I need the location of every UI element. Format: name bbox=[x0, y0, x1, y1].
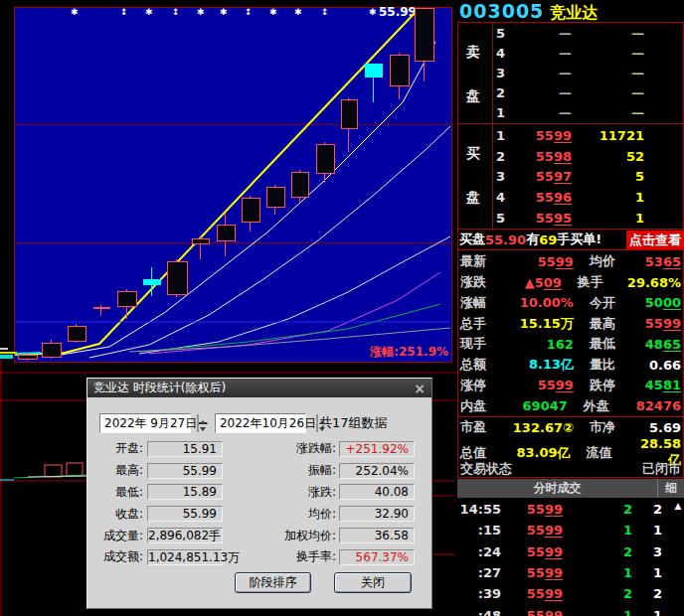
ask-price: — bbox=[510, 26, 572, 41]
spinner-up-icon[interactable] bbox=[197, 414, 199, 423]
ask-row[interactable]: 4 — — bbox=[457, 43, 684, 63]
tick-count: 1 bbox=[632, 565, 662, 580]
app-window: 55.99 涨幅:251.9% ✱↕✱↕✱✱↕✱✱↕✱ 竞业达 时段统计(除权后… bbox=[0, 0, 684, 616]
tick-row[interactable]: :27 5599 1 1 bbox=[457, 562, 672, 583]
scroll-up-icon[interactable]: ▲ bbox=[672, 500, 684, 512]
date-to-input[interactable]: 2022年10月26日 bbox=[215, 413, 306, 433]
stat-label: 跌停 bbox=[590, 377, 645, 394]
candle-down bbox=[365, 64, 383, 102]
stat-label: 现手 bbox=[457, 335, 506, 353]
ask-volume: — bbox=[572, 105, 684, 120]
trade-status-row: 交易状态 已闭市 bbox=[460, 460, 681, 478]
stat-value: 162 bbox=[506, 337, 574, 352]
ask-row[interactable]: 3 — — bbox=[457, 63, 684, 82]
stat-label: 最低 bbox=[590, 335, 645, 353]
bid-row[interactable]: 1 5599 11721 bbox=[457, 125, 684, 146]
date-to-spinner[interactable] bbox=[316, 414, 318, 432]
stock-name: 竞业达 bbox=[550, 3, 598, 22]
date-from-input[interactable]: 2022年 9月27日 bbox=[99, 413, 191, 433]
date-from-spinner[interactable] bbox=[197, 414, 199, 432]
status-value: 已闭市 bbox=[642, 460, 681, 478]
stat-label: 总值 bbox=[457, 444, 505, 462]
edge-fragment bbox=[0, 352, 17, 354]
tick-list-title: 分时成交 bbox=[457, 480, 657, 497]
marker-star-icon: ✱ bbox=[294, 6, 302, 18]
tick-volume: 2 bbox=[563, 544, 632, 559]
tick-row[interactable]: 14:55 5599 2 2 bbox=[457, 499, 672, 520]
field-label: 涨跌幅: bbox=[266, 440, 336, 457]
candle-up bbox=[291, 170, 309, 202]
kline-chart[interactable]: 55.99 涨幅:251.9% ✱↕✱↕✱✱↕✱✱↕✱ bbox=[14, 7, 452, 363]
tick-row[interactable]: :24 5599 2 3 bbox=[457, 541, 672, 562]
ask-book: 5 — — 4 — — 3 — — 2 — bbox=[457, 23, 684, 123]
stat-field-row: 最高: 55.99 bbox=[92, 460, 227, 482]
bid-row[interactable]: 4 5596 1 bbox=[457, 187, 684, 208]
field-label: 开盘: bbox=[92, 440, 143, 457]
ask-level: 1 bbox=[496, 105, 510, 120]
stat-value: 5000 bbox=[645, 295, 684, 310]
stats-row: 总额 8.13亿 量比 0.66 bbox=[457, 355, 684, 376]
field-label: 涨跌: bbox=[266, 484, 336, 501]
ma-green bbox=[139, 304, 440, 352]
spinner-down-icon[interactable] bbox=[316, 423, 318, 432]
mini-candle bbox=[45, 465, 62, 477]
ask-row[interactable]: 5 — — bbox=[457, 23, 684, 43]
stat-label: 涨跌 bbox=[457, 273, 501, 291]
stat-label: 最高 bbox=[590, 315, 645, 333]
candle-up bbox=[266, 185, 285, 215]
period-sort-button[interactable]: 阶段排序 bbox=[235, 572, 311, 593]
field-value: 567.37% bbox=[339, 549, 415, 565]
field-label: 换手率: bbox=[266, 548, 336, 565]
ask-row[interactable]: 1 — — bbox=[457, 103, 684, 123]
tick-price: 5599 bbox=[501, 523, 563, 538]
stat-field-row: 加权均价: 36.58 bbox=[266, 525, 426, 546]
stats-column-right: 涨跌幅: +251.92% 振幅: 252.04% 涨跌: 40.08 均价: … bbox=[266, 438, 426, 568]
close-button[interactable]: 关闭 bbox=[334, 572, 412, 593]
ask-row[interactable]: 2 — — bbox=[457, 83, 684, 103]
stat-value: 15.15万 bbox=[506, 315, 574, 333]
stat-value: 29.68% bbox=[627, 275, 684, 290]
bid-row[interactable]: 5 5595 1 bbox=[457, 208, 684, 229]
stat-value: 69047 bbox=[504, 398, 568, 413]
stat-value: 5.69 bbox=[645, 420, 684, 435]
view-order-button[interactable]: 点击查看 bbox=[626, 231, 684, 249]
tick-row[interactable]: :39 5599 2 2 bbox=[457, 583, 672, 604]
bid-price: 5598 bbox=[510, 149, 572, 164]
quote-panel: 003005竞业达 卖 盘 买 盘 5 — — 4 — — bbox=[457, 0, 684, 616]
bid-price: 5596 bbox=[510, 190, 572, 205]
tick-row[interactable]: :15 5599 1 1 bbox=[457, 520, 672, 540]
ma-lines bbox=[15, 8, 451, 362]
detail-tab[interactable]: 细 bbox=[657, 479, 684, 498]
spinner-down-icon[interactable] bbox=[197, 423, 199, 432]
marker-star-icon: ✱ bbox=[71, 6, 79, 18]
dialog-titlebar[interactable]: 竞业达 时段统计(除权后) × bbox=[87, 379, 431, 397]
tick-row[interactable]: :48 5599 1 1 bbox=[457, 604, 672, 616]
ask-price: — bbox=[510, 46, 572, 61]
stat-value: 4581 bbox=[645, 378, 684, 392]
bid-row[interactable]: 2 5598 52 bbox=[457, 146, 684, 167]
field-label: 均价: bbox=[266, 506, 336, 523]
tick-price: 5599 bbox=[501, 608, 563, 616]
close-icon[interactable]: × bbox=[414, 381, 426, 396]
field-value: 36.58 bbox=[339, 528, 415, 543]
field-value: 2,896,082手 bbox=[147, 528, 223, 543]
stat-label: 换手 bbox=[578, 273, 627, 291]
stats-row: 市盈 132.67② 市净 5.69 bbox=[457, 418, 684, 436]
ma-white-mid bbox=[89, 126, 450, 358]
stat-field-row: 最低: 15.89 bbox=[92, 482, 227, 504]
bid-row[interactable]: 3 5597 5 bbox=[457, 167, 684, 188]
mini-candle bbox=[67, 463, 83, 476]
candle-up bbox=[316, 142, 335, 183]
stock-header[interactable]: 003005竞业达 bbox=[457, 0, 684, 22]
stock-code: 003005 bbox=[459, 0, 544, 22]
stat-label: 外盘 bbox=[584, 397, 636, 415]
stat-label: 流值 bbox=[587, 444, 640, 462]
field-value: 15.89 bbox=[147, 484, 223, 500]
stat-field-row: 均价: 32.90 bbox=[266, 503, 426, 525]
tick-time: :24 bbox=[457, 544, 501, 559]
marker-updown-icon: ↕ bbox=[120, 6, 128, 18]
stats-row: 最新 5599 均价 5365 bbox=[457, 251, 684, 272]
spinner-up-icon[interactable] bbox=[316, 414, 318, 423]
field-value: 1,024,851.13万 bbox=[147, 549, 223, 565]
bid-level: 2 bbox=[496, 149, 510, 164]
